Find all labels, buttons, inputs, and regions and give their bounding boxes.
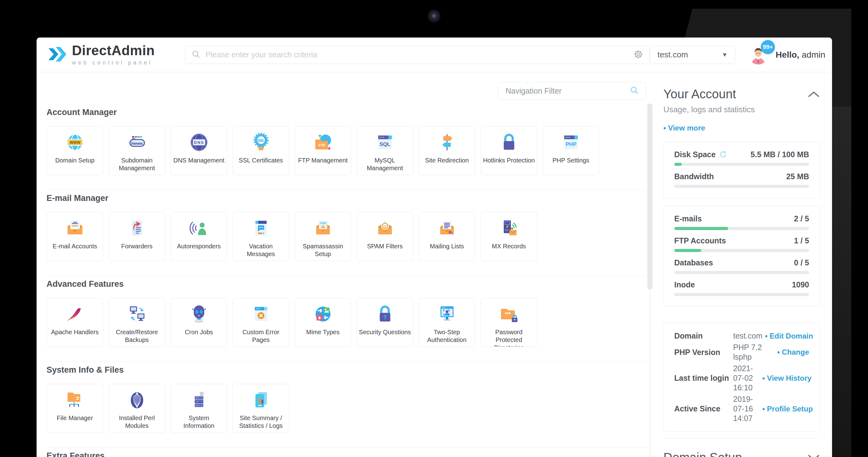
directadmin-logo-icon — [48, 46, 66, 64]
chevron-up-icon[interactable] — [808, 91, 820, 98]
section-e-mail-manager: E-mail Manager****E-mail AccountsForward… — [46, 190, 650, 276]
usage-card: Disk Space5.5 MB / 100 MBBandwidth25 MB — [663, 142, 820, 199]
domain-selector-value: test.com — [657, 50, 688, 60]
dns-management-icon: DNS — [188, 131, 211, 154]
svg-text:****: **** — [72, 224, 78, 229]
info-row-php-version: PHP VersionPHP 7.2 lsphp• Change — [674, 343, 809, 362]
refresh-icon[interactable] — [719, 150, 727, 158]
feature-card-php-settings[interactable]: PHPPHP Settings — [542, 126, 599, 175]
feature-card-autoresponders[interactable]: Autoresponders — [170, 212, 227, 261]
security-questions-icon: ? — [374, 303, 397, 326]
info-link[interactable]: • Profile Setup — [762, 405, 813, 413]
usage-label: E-mails — [674, 214, 702, 223]
usage-label: Disk Space — [674, 150, 727, 159]
section-title: System Info & Files — [46, 365, 650, 375]
section-title: Advanced Features — [46, 279, 650, 289]
feature-card-installed-perl-modules[interactable]: Installed Perl Modules — [108, 384, 165, 433]
feature-card-system-information[interactable]: System Information — [170, 384, 227, 433]
usage-progress-track — [674, 271, 809, 274]
info-label: Active Since — [674, 404, 733, 413]
sections: Account ManagerWWWDomain Setup//www.Subd… — [46, 104, 650, 457]
feature-card-mysql-management[interactable]: SQLMySQL Management — [356, 126, 413, 175]
feature-card-site-redirection[interactable]: Site Redirection — [418, 126, 475, 175]
installed-perl-modules-icon — [126, 389, 149, 412]
feature-card-label: PHP Settings — [551, 157, 591, 164]
navigation-filter-input[interactable] — [505, 86, 630, 96]
feature-card-create-restore-backups[interactable]: Create/Restore Backups — [108, 298, 165, 347]
feature-card-dns-management[interactable]: DNSDNS Management — [170, 126, 227, 175]
feature-card-ftp-management[interactable]: FTPFTP Management — [294, 126, 351, 175]
usage-value: 1090 — [792, 280, 809, 289]
feature-card-label: Password Protected Directories — [481, 328, 537, 347]
search-icon — [630, 86, 639, 96]
info-row-active-since: Active Since2019-07-16 14:07• Profile Se… — [674, 394, 809, 423]
feature-card-cron-jobs[interactable]: Cron Jobs — [170, 298, 227, 347]
feature-card-apache-handlers[interactable]: Apache Handlers — [46, 298, 103, 347]
feature-card-domain-setup[interactable]: WWWDomain Setup — [46, 126, 103, 175]
forwarders-icon — [126, 217, 149, 240]
global-search-input[interactable] — [205, 50, 633, 60]
navigation-filter-box — [498, 82, 646, 100]
autoresponders-icon — [188, 217, 211, 240]
feature-card-mime-types[interactable]: Mime Types — [294, 298, 351, 347]
notification-badge[interactable]: 99+ — [761, 40, 775, 54]
feature-card-label: Installed Perl Modules — [109, 414, 165, 430]
feature-card-mx-records[interactable]: MX Records — [480, 212, 537, 261]
domain-selector[interactable]: test.com ▼ — [650, 46, 735, 64]
email-accounts-icon: **** — [64, 217, 87, 240]
usage-label: Databases — [674, 258, 713, 267]
avatar: 99+ — [748, 45, 768, 65]
feature-card-spam-filters[interactable]: SPAM Filters — [356, 212, 413, 261]
cron-jobs-icon — [188, 303, 211, 326]
settings-gear-icon[interactable] — [633, 49, 643, 60]
feature-card-hotlinks-protection[interactable]: Hotlinks Protection — [480, 126, 537, 175]
usage-value: 1 / 5 — [794, 236, 809, 245]
scrollbar-thumb[interactable] — [647, 103, 653, 290]
section-account-manager: Account ManagerWWWDomain Setup//www.Subd… — [46, 104, 650, 190]
svg-text:***: *** — [505, 312, 510, 317]
info-label: Last time login — [674, 374, 733, 383]
usage-row-disk-space: Disk Space5.5 MB / 100 MB — [674, 150, 809, 166]
feature-card-subdomain-management[interactable]: //www.Subdomain Management — [108, 126, 165, 175]
chevron-down-icon: ▼ — [722, 52, 727, 58]
usage-row-databases: Databases0 / 5 — [674, 258, 809, 274]
feature-card-password-protected-directories[interactable]: ***Password Protected Directories — [480, 298, 537, 347]
svg-text:PHP: PHP — [565, 141, 576, 147]
feature-card-e-mail-accounts[interactable]: ****E-mail Accounts — [46, 212, 103, 261]
view-more-link[interactable]: • View more — [663, 124, 705, 132]
feature-card-two-step-authentication[interactable]: Two-Step Authentication — [418, 298, 475, 347]
domain-setup-section-header[interactable]: Domain Setup — [663, 451, 820, 457]
feature-card-label: Custom Error Pages — [233, 328, 289, 344]
mysql-management-icon: SQL — [374, 131, 397, 154]
info-label: PHP Version — [674, 348, 733, 357]
feature-card-forwarders[interactable]: Forwarders — [108, 212, 165, 261]
usage-progress-fill — [674, 249, 701, 252]
info-link[interactable]: • View History — [762, 374, 812, 383]
feature-card-spamassassin-setup[interactable]: SPAM!Spamassassin Setup — [294, 212, 351, 261]
logo-title: DirectAdmin — [72, 44, 155, 57]
sidebar-subtitle: Usage, logs and statistics — [663, 105, 820, 114]
feature-card-custom-error-pages[interactable]: Custom Error Pages — [232, 298, 289, 347]
usage-value: 25 MB — [786, 172, 809, 181]
feature-card-label: Create/Restore Backups — [109, 328, 165, 344]
hotlinks-protection-icon — [498, 131, 521, 154]
info-link[interactable]: • Change — [777, 348, 809, 357]
svg-text:?: ? — [383, 314, 387, 321]
usage-value: 0 / 5 — [794, 258, 809, 267]
feature-card-ssl-certificates[interactable]: SSLSSL Certificates — [232, 126, 289, 175]
usage-value: 2 / 5 — [794, 214, 809, 223]
feature-card-label: Forwarders — [119, 242, 154, 250]
info-link[interactable]: • Edit Domain — [765, 332, 813, 340]
device-bezel-edge — [832, 106, 851, 457]
feature-card-mailing-lists[interactable]: Mailing Lists — [418, 212, 475, 261]
user-menu[interactable]: 99+ Hello, admin ▼ — [748, 45, 832, 65]
feature-card-vacation-messages[interactable]: Vacation Messages — [232, 212, 289, 261]
feature-card-label: Subdomain Management — [109, 157, 165, 172]
feature-card-label: Spamassassin Setup — [295, 242, 351, 258]
feature-card-security-questions[interactable]: ?Security Questions — [356, 298, 413, 347]
section-title: Extra Features — [46, 451, 650, 457]
feature-card-site-summary-statistics-logs[interactable]: Site Summary / Statistics / Logs — [232, 384, 289, 433]
feature-card-file-manager[interactable]: File Manager — [46, 384, 103, 433]
directadmin-logo[interactable]: DirectAdmin web control panel — [48, 44, 155, 66]
password-protected-directories-icon: *** — [498, 303, 521, 326]
